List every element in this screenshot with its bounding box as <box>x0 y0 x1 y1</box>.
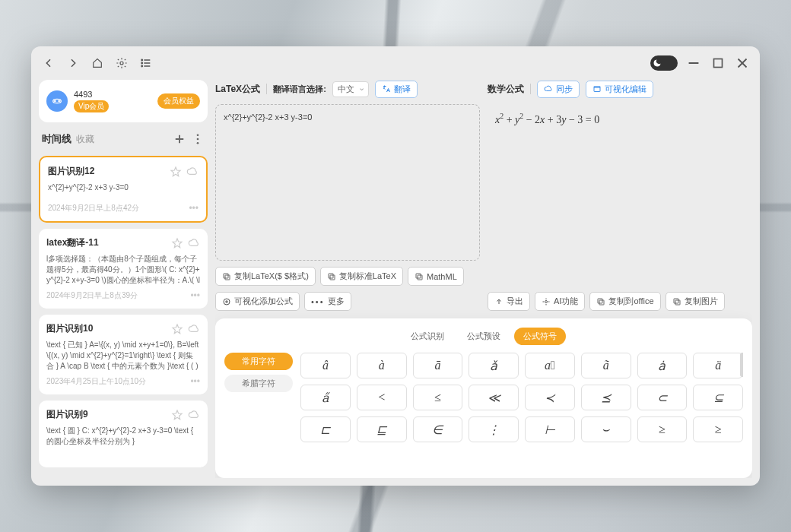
symbol-cell[interactable]: a⃗ <box>525 353 575 378</box>
symbol-cell[interactable]: ≪ <box>469 385 519 410</box>
add-button[interactable] <box>173 132 186 146</box>
card-date: 2023年4月25日上午10点10分 <box>46 376 187 387</box>
main-area: 4493 Vip会员 会员权益 时间线 收藏 图片识别1 <box>31 80 760 486</box>
home-button[interactable] <box>89 55 106 71</box>
theme-toggle[interactable] <box>650 55 678 71</box>
svg-marker-21 <box>173 325 182 334</box>
forward-button[interactable] <box>65 55 81 71</box>
svg-rect-23 <box>225 275 230 280</box>
star-icon[interactable] <box>171 323 183 335</box>
star-icon[interactable] <box>171 409 183 421</box>
symbol-cell[interactable]: ā <box>413 353 463 378</box>
more-button[interactable]: ••• 更多 <box>304 292 351 311</box>
svg-rect-25 <box>330 275 335 280</box>
symbol-cell[interactable]: ⊢ <box>525 416 575 442</box>
svg-rect-28 <box>416 274 421 278</box>
cloud-icon[interactable] <box>188 409 200 421</box>
symbol-cell[interactable]: â <box>300 353 351 378</box>
symbol-cell[interactable]: ⊏ <box>300 416 351 442</box>
tab-favorites[interactable]: 收藏 <box>76 133 94 146</box>
mathml-button[interactable]: MathML <box>408 267 464 286</box>
svg-point-5 <box>141 62 143 64</box>
latex-panel: LaTeX公式 翻译语言选择: 中文 翻译 x^{2}+y^{2}-2 x+3 … <box>215 80 480 311</box>
copy-latex-std-button[interactable]: 复制标准LaTeX <box>320 267 403 286</box>
copy-latex-dollar-button[interactable]: 复制LaTeX($ $格式) <box>215 267 316 286</box>
cloud-icon[interactable] <box>186 166 199 178</box>
tab-symbol[interactable]: 公式符号 <box>514 328 566 345</box>
symbol-cell[interactable]: ⪯ <box>581 385 631 410</box>
lang-label: 翻译语言选择: <box>273 84 326 95</box>
ai-button[interactable]: AI功能 <box>535 292 585 311</box>
symbol-cell[interactable]: ǎ <box>469 353 519 378</box>
preview-panel: 数学公式 同步 可视化编辑 x2 + y2 − 2x + 3y − 3 = 0 <box>488 80 752 311</box>
minimize-button[interactable] <box>685 55 702 71</box>
symbol-cell[interactable]: ⊂ <box>637 385 688 410</box>
symbol-cell[interactable]: ä <box>693 353 743 378</box>
symbol-cell[interactable]: ≥ <box>637 416 688 442</box>
symbol-cell[interactable]: ≤ <box>413 385 463 410</box>
visual-edit-button[interactable]: 可视化编辑 <box>586 81 653 98</box>
symbol-cell[interactable]: ȧ <box>637 353 688 378</box>
symbol-cell[interactable]: ⋮ <box>469 416 519 442</box>
card-item[interactable]: latex翻译-11 l多项选择题：（本题由8个子题组成，每个子题得5分，最高得… <box>39 229 208 309</box>
timeline-more-button[interactable] <box>191 132 205 146</box>
svg-point-13 <box>59 100 59 101</box>
maximize-button[interactable] <box>710 55 726 71</box>
list-button[interactable] <box>138 55 154 71</box>
star-icon[interactable] <box>170 166 182 178</box>
sync-button[interactable]: 同步 <box>537 81 580 98</box>
symbol-cell[interactable]: ⌣ <box>581 416 631 442</box>
card-more-icon[interactable]: ••• <box>189 203 199 214</box>
card-body: x^{2}+y^{2}-2 x+3 y-3=0 <box>48 182 199 193</box>
tab-recognize[interactable]: 公式识别 <box>402 328 453 345</box>
symbol-cell[interactable]: à <box>357 353 407 378</box>
app-window: 4493 Vip会员 会员权益 时间线 收藏 图片识别1 <box>31 46 760 486</box>
svg-point-35 <box>545 300 548 302</box>
symbol-cell[interactable]: a̋ <box>300 385 351 410</box>
star-icon[interactable] <box>171 237 183 249</box>
symbol-scrollbar[interactable] <box>740 353 743 377</box>
card-more-icon[interactable]: ••• <box>190 290 200 301</box>
symbol-cell[interactable]: ⊆ <box>693 385 743 410</box>
card-item[interactable]: 图片识别12 x^{2}+y^{2}-2 x+3 y-3=0 2024年9月2日… <box>39 156 208 223</box>
symbol-cell[interactable]: ≺ <box>525 385 575 410</box>
symbol-cell[interactable]: < <box>357 385 407 410</box>
tab-preset[interactable]: 公式预设 <box>458 328 510 345</box>
cloud-icon[interactable] <box>188 323 200 335</box>
symbols-panel: 公式识别 公式预设 公式符号 常用字符 希腊字符 âàāǎa⃗ãȧäa̋<≤≪≺… <box>215 318 752 478</box>
svg-rect-43 <box>674 299 678 303</box>
cat-greek[interactable]: 希腊字符 <box>224 375 293 392</box>
latex-panel-title: LaTeX公式 <box>215 83 260 96</box>
lang-select[interactable]: 中文 <box>332 81 369 97</box>
visual-add-button[interactable]: 可视化添加公式 <box>215 292 300 311</box>
svg-rect-24 <box>224 274 228 278</box>
tab-timeline[interactable]: 时间线 <box>42 132 71 146</box>
card-body: \text { 已知 } A=\{(x, y) \mid x+y+1=0\}, … <box>46 340 200 372</box>
translate-button[interactable]: 翻译 <box>375 81 418 98</box>
symbol-cell[interactable]: ∈ <box>413 416 463 442</box>
copy-image-button[interactable]: 复制图片 <box>666 292 725 311</box>
close-button[interactable] <box>734 55 751 71</box>
export-button[interactable]: 导出 <box>488 292 530 311</box>
user-id: 4493 <box>74 90 151 99</box>
membership-button[interactable]: 会员权益 <box>157 93 200 109</box>
card-item[interactable]: 图片识别10 \text { 已知 } A=\{(x, y) \mid x+y+… <box>39 315 208 394</box>
formula-preview: x2 + y2 − 2x + 3y − 3 = 0 <box>488 104 752 286</box>
latex-textarea[interactable]: x^{2}+y^{2}-2 x+3 y-3=0 <box>215 104 480 261</box>
svg-point-18 <box>197 142 199 144</box>
symbol-cell[interactable]: ≥ <box>693 416 743 442</box>
card-list: 图片识别12 x^{2}+y^{2}-2 x+3 y-3=0 2024年9月2日… <box>39 156 208 478</box>
card-item[interactable]: 图片识别9 \text { 圆 } C: x^{2}+y^{2}-2 x+3 y… <box>39 401 208 467</box>
card-more-icon[interactable]: ••• <box>190 376 200 387</box>
symbol-cell[interactable]: ⊑ <box>357 416 407 442</box>
svg-point-0 <box>120 62 123 65</box>
card-title: latex翻译-11 <box>46 236 167 249</box>
cloud-icon[interactable] <box>188 237 200 249</box>
cat-common[interactable]: 常用字符 <box>224 353 293 370</box>
back-button[interactable] <box>40 55 57 71</box>
timeline-tabs: 时间线 收藏 <box>39 130 208 148</box>
svg-rect-8 <box>714 59 723 68</box>
symbol-cell[interactable]: ã <box>581 353 631 378</box>
settings-button[interactable] <box>113 55 130 71</box>
copy-office-button[interactable]: 复制到office <box>589 292 660 311</box>
